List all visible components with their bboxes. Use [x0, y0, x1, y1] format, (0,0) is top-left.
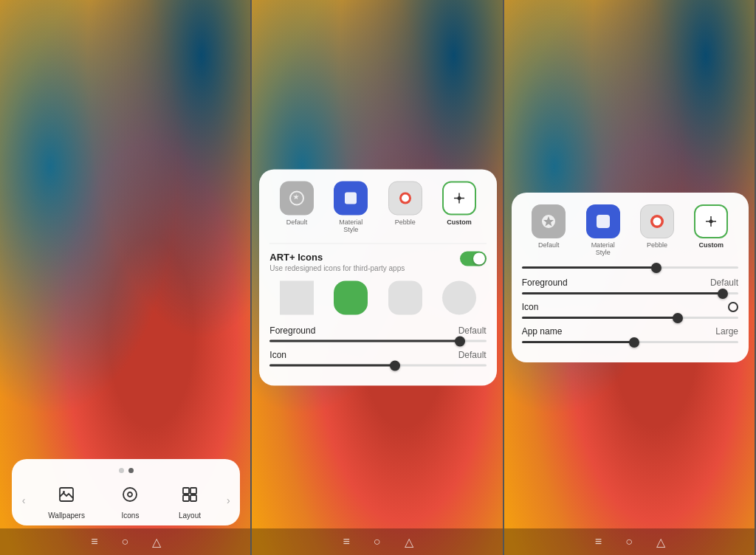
default-thumb-3: [532, 204, 566, 238]
icon-label-2: Icon: [269, 350, 286, 360]
pebble-label-2: Pebble: [395, 218, 416, 226]
nav-item-layout[interactable]: Layout: [176, 480, 204, 520]
icon-value-2: Default: [458, 350, 487, 360]
style-pebble-2[interactable]: Pebble: [388, 182, 422, 233]
material-thumb-3: [586, 204, 620, 238]
icon-slider-2: Icon Default: [269, 350, 486, 367]
phone-3: Default Material Style Pebble: [504, 0, 756, 555]
icon-track-2[interactable]: [269, 365, 486, 367]
foreground-label-3: Foreground: [522, 278, 568, 288]
svg-rect-6: [183, 495, 189, 501]
menu-icon-3[interactable]: ≡: [595, 535, 602, 548]
nav-item-wallpapers[interactable]: Wallpapers: [48, 480, 85, 520]
menu-icon-2[interactable]: ≡: [343, 535, 349, 548]
bottom-bar-2: ≡ ○ △: [252, 528, 504, 555]
left-arrow[interactable]: ‹: [15, 494, 32, 506]
svg-rect-8: [345, 193, 357, 204]
pebble-thumb-2: [388, 182, 422, 216]
foreground-label-2: Foreground: [269, 325, 315, 336]
art-desc: Use redesigned icons for third-party app…: [269, 264, 405, 272]
page-dots: [12, 468, 240, 473]
phone-1: ‹ Wallpapers: [0, 0, 252, 555]
icon-label-3: Icon: [522, 302, 539, 312]
phone2-panel: Default Material Style Pebble: [259, 170, 496, 386]
custom-label-3: Custom: [699, 241, 724, 249]
style-default-2[interactable]: Default: [280, 182, 314, 233]
custom-label-2: Custom: [447, 218, 472, 226]
style-material-2[interactable]: Material Style: [334, 182, 368, 233]
appname-slider-3: App name Large: [522, 326, 738, 343]
bottom-bar-3: ≡ ○ △: [504, 528, 756, 555]
svg-rect-5: [190, 488, 196, 494]
icon-style-row-3: Default Material Style Pebble: [522, 204, 738, 256]
sep-1: [269, 244, 486, 244]
nav-row: ‹ Wallpapers: [12, 480, 240, 520]
foreground-track-2[interactable]: [269, 340, 486, 342]
right-arrow[interactable]: ›: [219, 494, 237, 506]
foreground-value-3: Default: [710, 278, 738, 288]
svg-point-18: [653, 218, 661, 226]
appname-value-3: Large: [715, 326, 738, 337]
default-label-2: Default: [286, 218, 308, 226]
svg-point-1: [63, 491, 65, 493]
top-slider-3: [522, 266, 738, 269]
menu-icon[interactable]: ≡: [91, 535, 97, 548]
corner-selected[interactable]: [334, 281, 368, 315]
icon-style-row-2: Default Material Style Pebble: [269, 182, 486, 233]
foreground-slider-2: Foreground Default: [269, 325, 486, 342]
default-thumb-2: [280, 182, 314, 216]
material-label-2: Material Style: [339, 218, 362, 233]
corner-r14[interactable]: [388, 281, 422, 315]
art-title: ART+ Icons: [269, 252, 405, 263]
phone3-panel: Default Material Style Pebble: [512, 193, 749, 362]
pebble-label-3: Pebble: [647, 241, 667, 249]
nav-item-icons[interactable]: Icons: [116, 480, 144, 520]
layout-icon: [176, 480, 204, 509]
art-toggle[interactable]: [460, 252, 487, 266]
style-custom-3[interactable]: Custom: [694, 204, 728, 256]
dot-1: [119, 468, 124, 473]
appname-track-3[interactable]: [522, 341, 738, 343]
art-row: ART+ Icons Use redesigned icons for thir…: [269, 252, 486, 272]
phone-2: Default Material Style Pebble: [252, 0, 504, 555]
icon-track-3[interactable]: [522, 317, 738, 319]
home-icon-3[interactable]: ○: [625, 535, 633, 548]
svg-rect-4: [183, 488, 189, 494]
icon-value-3: [728, 302, 738, 312]
svg-point-3: [128, 492, 132, 497]
foreground-slider-3: Foreground Default: [522, 278, 738, 294]
phone1-panel: ‹ Wallpapers: [12, 459, 240, 525]
back-icon[interactable]: △: [152, 535, 161, 549]
icons-icon: [116, 480, 144, 509]
svg-rect-16: [597, 215, 610, 228]
corner-r0[interactable]: [280, 281, 314, 315]
icon-slider-3: Icon: [522, 302, 738, 319]
svg-point-13: [457, 196, 461, 200]
layout-label: Layout: [179, 511, 201, 520]
nav-items: Wallpapers Icons: [32, 480, 219, 520]
back-icon-2[interactable]: △: [405, 535, 413, 549]
style-custom-2[interactable]: Custom: [442, 182, 476, 233]
svg-point-10: [402, 195, 409, 202]
foreground-value-2: Default: [458, 325, 487, 336]
svg-point-2: [123, 488, 137, 501]
foreground-track-3[interactable]: [522, 292, 738, 294]
appname-label-3: App name: [522, 326, 563, 337]
top-track-3[interactable]: [522, 266, 738, 269]
style-pebble-3[interactable]: Pebble: [640, 204, 674, 256]
corner-r24[interactable]: [442, 281, 476, 315]
home-icon[interactable]: ○: [122, 535, 129, 548]
dot-2: [128, 468, 134, 473]
icons-label: Icons: [122, 511, 140, 520]
material-thumb-2: [334, 182, 368, 216]
svg-rect-7: [190, 495, 196, 501]
back-icon-3[interactable]: △: [656, 535, 665, 549]
style-default-3[interactable]: Default: [532, 204, 566, 256]
home-icon-2[interactable]: ○: [374, 535, 381, 548]
bottom-bar-1: ≡ ○ △: [0, 528, 252, 555]
style-material-3[interactable]: Material Style: [586, 204, 620, 256]
wallpapers-label: Wallpapers: [48, 511, 85, 520]
pebble-thumb-3: [640, 204, 674, 238]
default-label-3: Default: [538, 241, 560, 249]
art-text: ART+ Icons Use redesigned icons for thir…: [269, 252, 405, 272]
